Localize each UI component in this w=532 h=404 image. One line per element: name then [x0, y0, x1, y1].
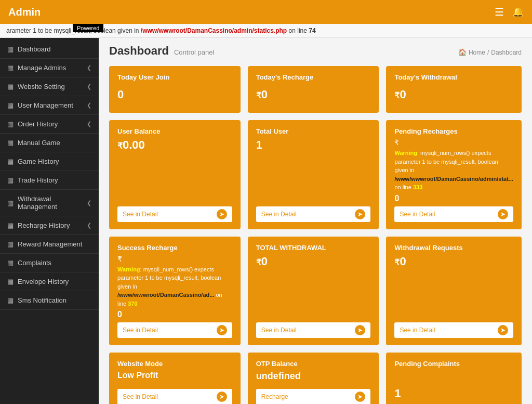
see-in-detail-button[interactable]: See in Detail ➤ — [394, 206, 513, 222]
see-in-detail-button[interactable]: See in Detail ➤ — [256, 206, 371, 222]
see-in-detail-button[interactable]: See in Detail ➤ — [117, 206, 232, 222]
card-value: undefined — [256, 371, 371, 382]
user-management-icon: ▦ — [7, 101, 14, 109]
sidebar-item-user-management[interactable]: ▦User Management ❮ — [0, 96, 99, 115]
card-title: OTP Balance — [256, 360, 371, 368]
card-todays-withdrawal: Today's Withdrawal ₹0 — [386, 66, 522, 113]
card-title: Pending Complaints — [394, 360, 513, 368]
card-title: Total User — [256, 127, 371, 135]
manual-game-icon: ▦ — [7, 139, 14, 147]
card-website-mode: Website Mode Low Profit See in Detail ➤ — [109, 353, 241, 404]
dashboard-icon: ▦ — [7, 45, 14, 53]
powered-bar: Powered — [73, 24, 103, 32]
card-pending-recharges: Pending Recharges ₹ Warning: mysqli_num_… — [386, 120, 522, 229]
card-warning: Warning: mysqli_num_rows() expects param… — [117, 265, 232, 308]
sidebar-item-game-history[interactable]: ▦Game History — [0, 152, 99, 171]
chevron-icon: ❮ — [87, 64, 91, 71]
sidebar-item-website-setting[interactable]: ▦Website Setting ❮ — [0, 77, 99, 96]
card-title: Today's Recharge — [256, 73, 371, 81]
sidebar: ▦Dashboard ▦Manage Admins ❮ ▦Website Set… — [0, 38, 99, 404]
card-withdrawal-requests: Withdrawal Requests ₹0 See in Detail ➤ — [386, 237, 522, 346]
card-todays-recharge: Today's Recharge ₹0 — [248, 66, 379, 113]
sidebar-item-reward-management[interactable]: ▦Reward Management — [0, 235, 99, 254]
navbar-icons: ☰ 🔔 — [495, 6, 524, 18]
chevron-icon: ❮ — [87, 102, 91, 109]
card-value: ₹0 — [256, 255, 371, 268]
card-error-value: 0 — [117, 310, 232, 319]
trade-history-icon: ▦ — [7, 176, 14, 184]
sms-notification-icon: ▦ — [7, 296, 14, 304]
card-otp-balance: OTP Balance undefined Recharge ➤ — [248, 353, 379, 404]
card-title: Website Mode — [117, 360, 232, 368]
bell-icon[interactable]: 🔔 — [512, 6, 524, 18]
chevron-icon: ❮ — [87, 121, 91, 127]
arrow-icon: ➤ — [217, 392, 227, 402]
card-title: Withdrawal Requests — [394, 244, 513, 252]
website-setting-icon: ▦ — [7, 83, 14, 90]
withdrawal-mgmt-icon: ▦ — [7, 199, 14, 207]
card-total-user: Total User 1 See in Detail ➤ — [248, 120, 379, 229]
card-warning: Warning: mysqli_num_rows() expects param… — [394, 149, 513, 192]
arrow-icon: ➤ — [217, 325, 227, 335]
complaints-icon: ▦ — [7, 259, 14, 267]
card-total-withdrawal: TOTAL WITHDRAWAL ₹0 See in Detail ➤ — [248, 237, 379, 346]
card-title: TOTAL WITHDRAWAL — [256, 244, 371, 252]
navbar: Admin ☰ 🔔 — [0, 0, 532, 24]
arrow-icon: ➤ — [355, 392, 365, 402]
card-title: Today User Join — [117, 73, 232, 81]
sidebar-item-sms-notification[interactable]: ▦Sms Notification — [0, 291, 99, 310]
card-value: ₹0 — [394, 255, 513, 268]
sidebar-item-envelope-history[interactable]: ▦Envelope History — [0, 272, 99, 291]
sidebar-item-complaints[interactable]: ▦Complaints — [0, 254, 99, 272]
card-success-recharge: Success Recharge ₹ Warning: mysqli_num_r… — [109, 237, 241, 346]
card-title: User Balance — [117, 127, 232, 135]
card-error-value: 0 — [394, 194, 513, 203]
see-in-detail-button[interactable]: See in Detail ➤ — [117, 389, 232, 404]
breadcrumb: 🏠 Home / Dashboard — [458, 48, 522, 56]
card-value: 0 — [117, 88, 232, 101]
sidebar-item-recharge-history[interactable]: ▦Recharge History ❮ — [0, 216, 99, 235]
see-in-detail-button[interactable]: See in Detail ➤ — [117, 322, 232, 338]
sidebar-item-manual-game[interactable]: ▦Manual Game — [0, 134, 99, 152]
sidebar-item-dashboard[interactable]: ▦Dashboard — [0, 40, 99, 59]
chevron-icon: ❮ — [87, 222, 91, 229]
breadcrumb-current: Dashboard — [491, 49, 522, 56]
card-user-balance: User Balance ₹0.00 See in Detail ➤ — [109, 120, 241, 229]
manage-admins-icon: ▦ — [7, 64, 14, 72]
sidebar-item-manage-admins[interactable]: ▦Manage Admins ❮ — [0, 59, 99, 77]
arrow-icon: ➤ — [355, 325, 365, 335]
card-value: ₹0.00 — [117, 138, 232, 152]
card-value: Low Profit — [117, 371, 232, 380]
sidebar-item-order-history[interactable]: ▦Order History ❮ — [0, 115, 99, 134]
card-value: 1 — [394, 387, 513, 400]
home-icon: 🏠 — [458, 48, 467, 56]
arrow-icon: ➤ — [217, 209, 227, 219]
see-in-detail-button[interactable]: See in Detail ➤ — [256, 322, 371, 338]
card-title: Success Recharge — [117, 244, 232, 252]
order-history-icon: ▦ — [7, 120, 14, 128]
card-pending-complaints: Pending Complaints 1 — [386, 353, 522, 404]
sidebar-item-trade-history[interactable]: ▦Trade History — [0, 171, 99, 190]
recharge-history-icon: ▦ — [7, 221, 14, 229]
reward-mgmt-icon: ▦ — [7, 240, 14, 248]
chevron-icon: ❮ — [87, 83, 91, 90]
arrow-icon: ➤ — [498, 209, 508, 219]
menu-icon[interactable]: ☰ — [495, 6, 504, 18]
navbar-brand: Admin — [8, 6, 41, 18]
game-history-icon: ▦ — [7, 158, 14, 165]
card-value: ₹0 — [394, 88, 513, 101]
chevron-icon: ❮ — [87, 200, 91, 206]
card-value: ₹0 — [256, 88, 371, 101]
recharge-button[interactable]: Recharge ➤ — [256, 389, 371, 404]
card-today-user-join: Today User Join 0 — [109, 66, 241, 113]
arrow-icon: ➤ — [498, 325, 508, 335]
card-value: 1 — [256, 138, 371, 152]
breadcrumb-home: Home — [469, 49, 485, 56]
dashboard-header: Dashboard Control panel 🏠 Home / Dashboa… — [99, 38, 532, 62]
card-title: Pending Recharges — [394, 127, 513, 135]
arrow-icon: ➤ — [355, 209, 365, 219]
see-in-detail-button[interactable]: See in Detail ➤ — [394, 322, 513, 338]
main-content: Dashboard Control panel 🏠 Home / Dashboa… — [99, 38, 532, 404]
sidebar-item-withdrawal-management[interactable]: ▦Withdrawal Management ❮ — [0, 190, 99, 216]
page-title: Dashboard — [109, 44, 169, 58]
